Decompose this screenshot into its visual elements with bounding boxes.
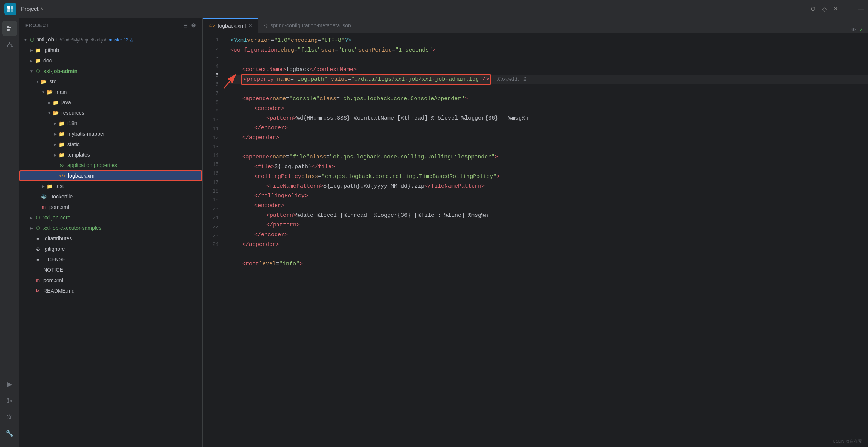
project-title[interactable]: Project ∨: [21, 6, 44, 12]
tree-item-mybatis[interactable]: ▶ 📁 mybatis-mapper: [19, 129, 202, 139]
doc-chevron-icon: ▶: [28, 58, 34, 64]
tree-item-gitattributes[interactable]: ▶ ≡ .gitattributes: [19, 233, 202, 244]
hide-icon[interactable]: 👁: [851, 27, 856, 33]
code-line-6: [230, 84, 868, 94]
svg-point-9: [7, 46, 8, 47]
tree-root[interactable]: ▼ ⬡ xxl-job E:\Code\MyProject\xxl-job ma…: [19, 34, 202, 45]
editor-tabs: </> logback.xml ✕ {} spring-configuratio…: [203, 18, 868, 33]
line-num-6: 6: [203, 80, 220, 89]
resources-folder-icon: 📂: [52, 110, 59, 116]
tree-item-readme[interactable]: ▶ M README.md: [19, 286, 202, 296]
collapse-all-icon[interactable]: ⊟: [183, 22, 188, 28]
code-line-17: </rollingPolicy>: [230, 191, 868, 201]
tree-item-i18n[interactable]: ▶ 📁 i18n: [19, 118, 202, 129]
editor-tab-actions: 👁 ✓: [851, 27, 868, 33]
more-icon[interactable]: ⋯: [845, 5, 851, 12]
activity-bar: ▶ ⛭ 🔧: [0, 18, 19, 447]
logback-tab-close[interactable]: ✕: [249, 23, 252, 28]
activity-plugin-icon[interactable]: ⛭: [2, 410, 17, 425]
core-label: xxl-job-core: [43, 215, 70, 221]
code-line-3: [230, 55, 868, 65]
svg-rect-0: [7, 6, 10, 9]
tree-item-src[interactable]: ▼ 📂 src: [19, 76, 202, 87]
tree-item-xxl-job-core[interactable]: ▶ ⬡ xxl-job-core: [19, 212, 202, 223]
title-bar-actions: ⊕ ◇ ✕ ⋯ —: [810, 5, 864, 12]
tree-item-pom-admin[interactable]: ▶ m pom.xml: [19, 202, 202, 212]
line-num-23: 23: [203, 232, 220, 241]
tree-item-logback[interactable]: ▶ </> logback.xml: [19, 170, 202, 181]
line-num-22: 22: [203, 223, 220, 232]
tab-logback[interactable]: </> logback.xml ✕: [203, 18, 258, 33]
close-icon[interactable]: ✕: [833, 5, 838, 12]
activity-tool-icon[interactable]: 🔧: [2, 426, 17, 441]
code-content[interactable]: <?xml version="1.0" encoding="UTF-8"?> <…: [224, 33, 868, 447]
tree-item-pom-root[interactable]: ▶ m pom.xml: [19, 275, 202, 286]
root-chevron-icon: ▼: [22, 37, 28, 43]
main-layout: ▶ ⛭ 🔧 Project ⊟ ⚙: [0, 18, 868, 447]
line-num-19: 19: [203, 196, 220, 205]
logback-label: logback.xml: [68, 173, 96, 179]
activity-project-icon[interactable]: [2, 21, 17, 36]
tree-item-java[interactable]: ▶ 📁 java: [19, 97, 202, 108]
folder-icon: 📁: [34, 57, 41, 64]
main-label: main: [55, 89, 67, 95]
app-props-label: application.properties: [67, 162, 117, 168]
core-chevron-icon: ▶: [28, 215, 34, 221]
settings-icon[interactable]: ⚙: [191, 22, 196, 28]
tree-item-github[interactable]: ▶ 📁 .github: [19, 45, 202, 55]
root-name: xxl-job: [37, 37, 54, 43]
code-line-16: <fileNamePattern>${log.path}.%d{yyyy-MM-…: [230, 182, 868, 191]
tree-item-doc[interactable]: ▶ 📁 doc: [19, 55, 202, 66]
line-num-13: 13: [203, 143, 220, 152]
java-label: java: [61, 99, 71, 105]
activity-run-icon[interactable]: ▶: [2, 377, 17, 392]
tree-item-application-props[interactable]: ▶ ⊙ application.properties: [19, 160, 202, 170]
code-line-19: <pattern>%date %level [%thread] %logger{…: [230, 211, 868, 221]
svg-rect-4: [7, 26, 9, 27]
folder-icon: 📁: [46, 183, 53, 189]
tree-item-resources[interactable]: ▼ 📂 resources: [19, 108, 202, 118]
search-icon[interactable]: ◇: [822, 5, 827, 12]
tree-item-notice[interactable]: ▶ ≡ NOTICE: [19, 265, 202, 275]
tree-item-static[interactable]: ▶ 📁 static: [19, 139, 202, 149]
title-bar: Project ∨ ⊕ ◇ ✕ ⋯ —: [0, 0, 868, 18]
code-line-22: </appender>: [230, 240, 868, 250]
line-num-17: 17: [203, 178, 220, 187]
line5-annotation: Xuxueli, 2: [497, 76, 526, 84]
svg-rect-2: [7, 9, 10, 12]
tree-item-executor[interactable]: ▶ ⬡ xxl-job-executor-samples: [19, 223, 202, 233]
tree-item-test[interactable]: ▶ 📁 test: [19, 181, 202, 191]
templates-label: templates: [67, 152, 90, 158]
code-line-11: </appender>: [230, 133, 868, 143]
code-line-7: <appender name="console" class="ch.qos.l…: [230, 94, 868, 104]
file-tree-panel: Project ⊟ ⚙ ▼ ⬡ xxl-job E:\Code\MyProjec…: [19, 18, 203, 447]
resources-chevron-icon: ▼: [46, 110, 52, 116]
tree-item-main[interactable]: ▼ 📂 main: [19, 87, 202, 97]
templates-chevron-icon: ▶: [52, 152, 58, 158]
check-icon[interactable]: ✓: [859, 27, 864, 33]
line-num-16: 16: [203, 169, 220, 178]
activity-structure-icon[interactable]: [2, 37, 17, 52]
executor-label: xxl-job-executor-samples: [43, 225, 102, 231]
tree-item-license[interactable]: ▶ ≡ LICENSE: [19, 254, 202, 265]
tree-item-gitignore[interactable]: ▶ ⊘ .gitignore: [19, 244, 202, 254]
tree-item-dockerfile[interactable]: ▶ 🐳 Dockerfile: [19, 191, 202, 202]
code-line-12: [230, 143, 868, 152]
dockerfile-label: Dockerfile: [49, 194, 73, 200]
tree-item-xxl-job-admin[interactable]: ▼ ⬡ xxl-job-admin: [19, 66, 202, 76]
pom-root-file-icon: m: [34, 277, 41, 284]
folder-icon: 📁: [58, 151, 65, 158]
navigate-icon[interactable]: ⊕: [810, 5, 815, 12]
svg-rect-3: [11, 9, 13, 12]
xml-file-icon: </>: [59, 172, 66, 179]
activity-git-icon[interactable]: [2, 393, 17, 408]
mybatis-label: mybatis-mapper: [67, 131, 105, 137]
minimize-icon[interactable]: —: [858, 6, 864, 12]
tree-item-templates[interactable]: ▶ 📁 templates: [19, 149, 202, 160]
code-line-9: <pattern>%d{HH:mm:ss.SSS} %contextName […: [230, 114, 868, 123]
svg-line-11: [7, 43, 10, 46]
code-line-18: <encoder>: [230, 201, 868, 211]
tab-spring-config[interactable]: {} spring-configuration-metadata.json: [258, 18, 357, 33]
project-chevron-icon: ∨: [41, 6, 44, 11]
svg-rect-5: [7, 27, 11, 28]
